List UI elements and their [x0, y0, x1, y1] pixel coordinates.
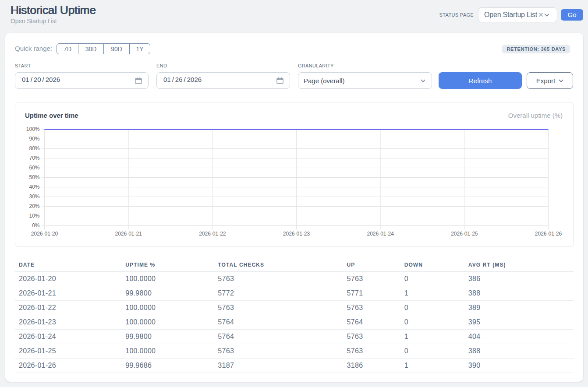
svg-text:2026-01-23: 2026-01-23 — [283, 231, 310, 237]
svg-text:60%: 60% — [29, 165, 39, 171]
svg-text:0%: 0% — [32, 222, 40, 229]
svg-text:100%: 100% — [26, 126, 40, 132]
svg-text:2026-01-25: 2026-01-25 — [451, 231, 478, 237]
svg-text:70%: 70% — [29, 155, 39, 161]
svg-text:2026-01-21: 2026-01-21 — [115, 231, 142, 237]
svg-text:50%: 50% — [29, 174, 39, 180]
svg-text:90%: 90% — [29, 136, 39, 142]
svg-text:2026-01-20: 2026-01-20 — [31, 231, 58, 237]
svg-text:20%: 20% — [29, 203, 39, 209]
svg-text:2026-01-24: 2026-01-24 — [367, 231, 394, 237]
svg-text:30%: 30% — [29, 194, 39, 200]
svg-text:2026-01-22: 2026-01-22 — [199, 231, 226, 237]
svg-text:80%: 80% — [29, 145, 39, 151]
svg-text:40%: 40% — [29, 184, 39, 190]
svg-text:10%: 10% — [29, 213, 39, 219]
svg-text:2026-01-26: 2026-01-26 — [535, 231, 562, 237]
